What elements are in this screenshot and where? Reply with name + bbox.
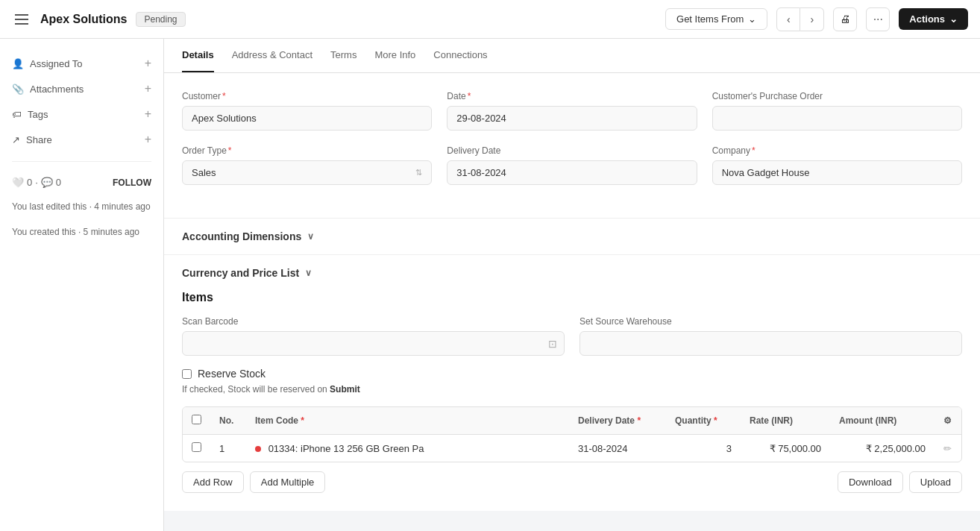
- share-add-icon[interactable]: +: [145, 133, 151, 146]
- accounting-dimensions-section[interactable]: Accounting Dimensions ∨: [164, 218, 980, 254]
- table-row: 1 01334: iPhone 13 256 GB Green Pa 31-08…: [183, 435, 961, 462]
- col-no: No.: [210, 407, 246, 435]
- row-rate: ₹ 75,000.00: [741, 435, 830, 462]
- sidebar-item-share[interactable]: ↗ Share +: [0, 127, 163, 152]
- row-item-code: 01334: iPhone 13 256 GB Green Pa: [246, 435, 569, 462]
- item-status-dot: [255, 446, 261, 452]
- tab-more-info[interactable]: More Info: [374, 39, 415, 72]
- date-label: Date *: [447, 91, 697, 101]
- get-items-label: Get Items From: [676, 13, 744, 25]
- table-gear-icon[interactable]: ⚙: [943, 415, 952, 426]
- purchase-order-input[interactable]: [712, 106, 962, 131]
- actions-button[interactable]: Actions ⌄: [899, 8, 968, 30]
- company-input[interactable]: [712, 160, 962, 185]
- assigned-to-label: Assigned To: [30, 58, 83, 69]
- ellipsis-icon: ···: [873, 13, 883, 26]
- reserve-stock-label: Reserve Stock: [198, 368, 266, 380]
- reserve-stock-checkbox[interactable]: [182, 369, 192, 379]
- tab-bar: Details Address & Contact Terms More Inf…: [164, 39, 980, 73]
- delivery-date-input[interactable]: [447, 160, 697, 185]
- created-text: You created this · 5 minutes ago: [0, 219, 163, 245]
- tab-terms[interactable]: Terms: [330, 39, 356, 72]
- row-amount: ₹ 2,25,000.00: [830, 435, 935, 462]
- download-button[interactable]: Download: [838, 471, 903, 493]
- row-checkbox[interactable]: [192, 442, 201, 452]
- items-section-title: Items: [182, 291, 962, 304]
- warehouse-label: Set Source Warehouse: [579, 316, 962, 327]
- get-items-button[interactable]: Get Items From ⌄: [665, 8, 767, 30]
- heart-icon: 🤍: [12, 177, 24, 188]
- status-badge: Pending: [136, 12, 185, 27]
- tags-add-icon[interactable]: +: [145, 107, 151, 121]
- share-label: Share: [26, 134, 52, 145]
- paperclip-icon: 📎: [12, 84, 24, 95]
- delivery-date-label: Delivery Date: [447, 145, 697, 156]
- last-edited-text: You last edited this · 4 minutes ago: [0, 194, 163, 219]
- person-icon: 👤: [12, 58, 24, 69]
- page-title: Apex Solutions: [40, 13, 127, 26]
- sidebar-item-attachments[interactable]: 📎 Attachments +: [0, 76, 163, 101]
- share-icon: ↗: [12, 134, 20, 145]
- order-type-label: Order Type *: [182, 145, 432, 156]
- comment-count: 0: [56, 177, 61, 188]
- company-label: Company *: [712, 145, 962, 156]
- scan-barcode-input[interactable]: [182, 331, 565, 356]
- row-edit-icon[interactable]: ✏: [943, 443, 952, 454]
- purchase-order-label: Customer's Purchase Order: [712, 91, 962, 101]
- hamburger-menu[interactable]: [12, 11, 31, 28]
- next-nav-button[interactable]: ›: [800, 7, 824, 31]
- col-gear: ⚙: [935, 407, 961, 435]
- company-required: *: [752, 145, 756, 156]
- follow-button[interactable]: FOLLOW: [113, 177, 151, 188]
- customer-required: *: [222, 91, 226, 101]
- scan-icon: ⊡: [548, 338, 557, 350]
- warehouse-input[interactable]: [579, 331, 962, 356]
- col-amount: Amount (INR): [830, 407, 935, 435]
- order-type-value: Sales: [192, 167, 216, 178]
- order-type-required: *: [228, 145, 232, 156]
- row-quantity: 3: [666, 435, 741, 462]
- sidebar-divider: [12, 161, 151, 162]
- upload-button[interactable]: Upload: [909, 471, 962, 493]
- col-delivery-date: Delivery Date *: [569, 407, 666, 435]
- print-button[interactable]: 🖨: [833, 7, 857, 31]
- customer-input[interactable]: [182, 106, 432, 131]
- sidebar-item-tags[interactable]: 🏷 Tags +: [0, 101, 163, 127]
- tab-connections[interactable]: Connections: [433, 39, 487, 72]
- like-count: 0: [27, 177, 32, 188]
- accounting-chevron-icon: ∨: [307, 231, 314, 242]
- tags-label: Tags: [28, 109, 48, 120]
- sidebar-item-assigned-to[interactable]: 👤 Assigned To +: [0, 51, 163, 76]
- date-input[interactable]: [447, 106, 697, 131]
- scan-barcode-label: Scan Barcode: [182, 316, 565, 327]
- order-type-arrows-icon: ⇅: [415, 168, 422, 177]
- follow-section: 🤍 0 · 💬 0 FOLLOW: [0, 171, 163, 194]
- tab-details[interactable]: Details: [182, 39, 214, 72]
- prev-nav-button[interactable]: ‹: [776, 7, 800, 31]
- col-quantity: Quantity *: [666, 407, 741, 435]
- table-actions: Add Row Add Multiple Download Upload: [182, 471, 962, 493]
- actions-chevron-icon: ⌄: [949, 13, 958, 25]
- col-item-code: Item Code *: [246, 407, 569, 435]
- currency-price-list-section[interactable]: Currency and Price List ∨: [164, 254, 980, 291]
- dot-separator: ·: [35, 177, 38, 188]
- row-no: 1: [210, 435, 246, 462]
- print-icon: 🖨: [841, 13, 850, 25]
- reserve-stock-note: If checked, Stock will be reserved on Su…: [182, 384, 962, 395]
- warehouse-group: Set Source Warehouse: [579, 316, 962, 356]
- actions-label: Actions: [909, 13, 945, 25]
- currency-price-list-label: Currency and Price List: [182, 267, 299, 279]
- get-items-chevron-icon: ⌄: [748, 13, 756, 25]
- select-all-checkbox[interactable]: [192, 415, 201, 424]
- add-row-button[interactable]: Add Row: [182, 471, 244, 493]
- order-type-select[interactable]: Sales ⇅: [182, 160, 432, 185]
- date-required: *: [468, 91, 471, 101]
- assigned-to-add-icon[interactable]: +: [145, 57, 151, 70]
- add-multiple-button[interactable]: Add Multiple: [250, 471, 326, 493]
- items-table-wrap: No. Item Code * Delivery Date *: [182, 406, 962, 462]
- row-edit[interactable]: ✏: [935, 435, 961, 462]
- reserve-stock-submit: Submit: [330, 384, 360, 395]
- tab-address[interactable]: Address & Contact: [232, 39, 312, 72]
- attachments-add-icon[interactable]: +: [145, 82, 151, 95]
- more-options-button[interactable]: ···: [866, 7, 890, 31]
